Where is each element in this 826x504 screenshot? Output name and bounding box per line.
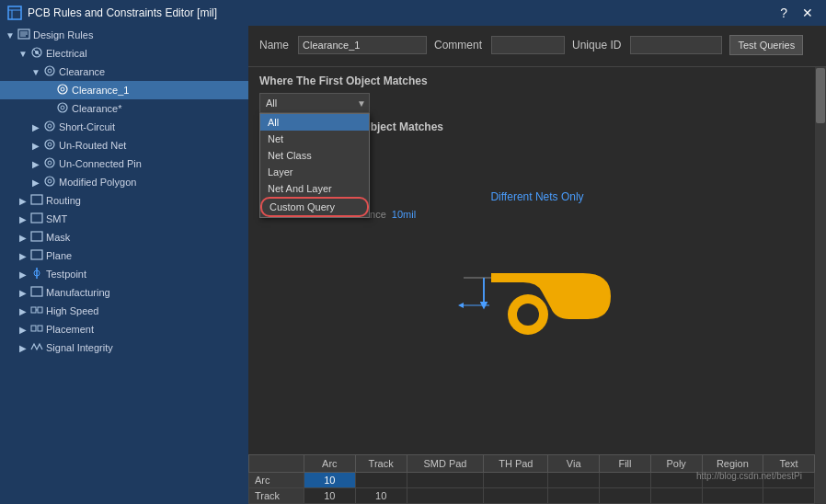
comment-label: Comment: [434, 39, 482, 52]
close-button[interactable]: ✕: [797, 4, 819, 22]
plane-icon: [29, 248, 44, 264]
short-circuit-icon: [42, 120, 57, 135]
tree-item-placement[interactable]: ▶ Placement: [0, 320, 248, 338]
cell-track-poly[interactable]: [650, 488, 702, 504]
expand-icon: ▶: [17, 233, 29, 243]
comment-input[interactable]: [491, 36, 565, 54]
tree-item-mask[interactable]: ▶ Mask: [0, 228, 248, 246]
right-scrollbar[interactable]: [815, 67, 826, 504]
cell-arc-smd[interactable]: [407, 473, 484, 488]
expand-icon: ▼: [29, 67, 42, 77]
tree-label: Un-Routed Net: [59, 140, 126, 151]
tree-item-clearance-star[interactable]: Clearance*: [0, 99, 248, 118]
tree-label: Testpoint: [46, 269, 86, 280]
tree-item-design-rules[interactable]: ▼ Design Rules: [0, 26, 248, 44]
dropdown-option-net-class[interactable]: Net Class: [260, 147, 369, 164]
svg-rect-27: [31, 250, 42, 259]
expand-icon: ▶: [29, 178, 42, 188]
expand-icon: ▶: [29, 141, 42, 151]
svg-point-40: [517, 304, 539, 326]
test-queries-button[interactable]: Test Queries: [729, 35, 803, 55]
cell-arc-track[interactable]: [355, 473, 407, 488]
svg-rect-25: [31, 213, 42, 223]
expand-icon: ▶: [17, 251, 29, 261]
cell-track-track[interactable]: 10: [355, 488, 407, 504]
cell-arc-thpad[interactable]: [484, 473, 548, 488]
first-match-dropdown-container: All Net Net Class Layer Net And Layer Cu…: [259, 93, 815, 113]
cell-track-text[interactable]: [763, 488, 815, 504]
tree-label: Clearance: [59, 66, 105, 77]
expand-icon: ▼: [4, 30, 17, 40]
svg-rect-35: [38, 326, 42, 331]
cell-track-thpad[interactable]: [484, 488, 548, 504]
expand-icon: ▶: [17, 269, 29, 280]
tree-label: High Speed: [46, 305, 99, 316]
tree-label: SMT: [46, 213, 67, 224]
svg-marker-42: [458, 303, 464, 308]
tree-item-un-routed-net[interactable]: ▶ Un-Routed Net: [0, 136, 248, 155]
form-area: Name Comment Unique ID Test Queries: [248, 26, 826, 67]
svg-point-15: [61, 106, 64, 109]
dropdown-option-custom-query[interactable]: Custom Query: [260, 197, 369, 217]
dropdown-popup: All Net Net Class Layer Net And Layer Cu…: [259, 113, 370, 218]
tree-label: Design Rules: [33, 29, 93, 40]
tree-item-testpoint[interactable]: ▶ Testpoint: [0, 265, 248, 283]
dropdown-option-net-and-layer[interactable]: Net And Layer: [260, 180, 369, 197]
row-label-arc: Arc: [249, 473, 304, 488]
tree-item-modified-polygon[interactable]: ▶ Modified Polygon: [0, 173, 248, 191]
first-match-dropdown[interactable]: All Net Net Class Layer Net And Layer Cu…: [259, 93, 370, 113]
scrollbar-thumb: [816, 68, 825, 123]
name-input[interactable]: [298, 36, 427, 54]
tree-item-signal-integrity[interactable]: ▶ Signal Integrity: [0, 338, 248, 357]
cell-track-region[interactable]: [702, 488, 763, 504]
cell-track-via[interactable]: [548, 488, 600, 504]
tree-item-smt[interactable]: ▶ SMT: [0, 210, 248, 228]
tree-label: Plane: [46, 250, 72, 261]
name-label: Name: [259, 39, 289, 52]
expand-icon: ▶: [29, 122, 42, 132]
dropdown-option-layer[interactable]: Layer: [260, 164, 369, 180]
cell-arc-fill[interactable]: [600, 473, 651, 488]
routing-icon: [29, 193, 44, 209]
tree-label: Electrical: [46, 48, 87, 59]
svg-point-16: [45, 121, 54, 131]
col-header-th-pad: TH Pad: [484, 455, 548, 473]
tree-item-plane[interactable]: ▶ Plane: [0, 246, 248, 265]
window-title: PCB Rules and Constraints Editor [mil]: [28, 6, 217, 19]
col-header-smd-pad: SMD Pad: [407, 455, 484, 473]
col-header-via: Via: [548, 455, 600, 473]
tree-item-clearance1[interactable]: Clearance_1: [0, 81, 248, 99]
cell-arc-poly[interactable]: [650, 473, 702, 488]
dropdown-option-net[interactable]: Net: [260, 131, 369, 147]
cell-track-fill[interactable]: [600, 488, 651, 504]
tree-label: Placement: [46, 324, 94, 335]
expand-icon: ▶: [17, 306, 29, 316]
row-label-track: Track: [249, 488, 304, 504]
tree-item-electrical[interactable]: ▼ Electrical: [0, 44, 248, 63]
clearance-value: 10mil: [392, 209, 416, 220]
tree-item-routing[interactable]: ▶ Routing: [0, 191, 248, 210]
svg-point-12: [58, 85, 67, 94]
dropdown-option-all[interactable]: All: [260, 114, 369, 131]
help-button[interactable]: ?: [774, 4, 793, 22]
svg-point-23: [48, 179, 52, 183]
cell-arc-via[interactable]: [548, 473, 600, 488]
clearance-star-icon: [55, 101, 70, 117]
svg-rect-34: [31, 326, 36, 331]
svg-point-14: [58, 103, 67, 112]
tree-item-un-connected-pin[interactable]: ▶ Un-Connected Pin: [0, 155, 248, 173]
tree-item-clearance-group[interactable]: ▼ Clearance: [0, 63, 248, 81]
cell-track-arc[interactable]: 10: [304, 488, 356, 504]
unique-id-input[interactable]: [630, 36, 722, 54]
col-header-fill: Fill: [600, 455, 651, 473]
cell-track-smd[interactable]: [407, 488, 484, 504]
col-header-track: Track: [355, 455, 407, 473]
tree-item-high-speed[interactable]: ▶ High Speed: [0, 302, 248, 320]
tree-item-short-circuit[interactable]: ▶ Short-Circuit: [0, 118, 248, 136]
expand-icon: ▶: [17, 325, 29, 335]
cell-arc-arc[interactable]: 10: [304, 473, 356, 488]
expand-icon: ▶: [17, 196, 29, 206]
col-header-empty: [249, 455, 304, 473]
unique-id-label: Unique ID: [572, 39, 621, 52]
tree-item-manufacturing[interactable]: ▶ Manufacturing: [0, 283, 248, 302]
